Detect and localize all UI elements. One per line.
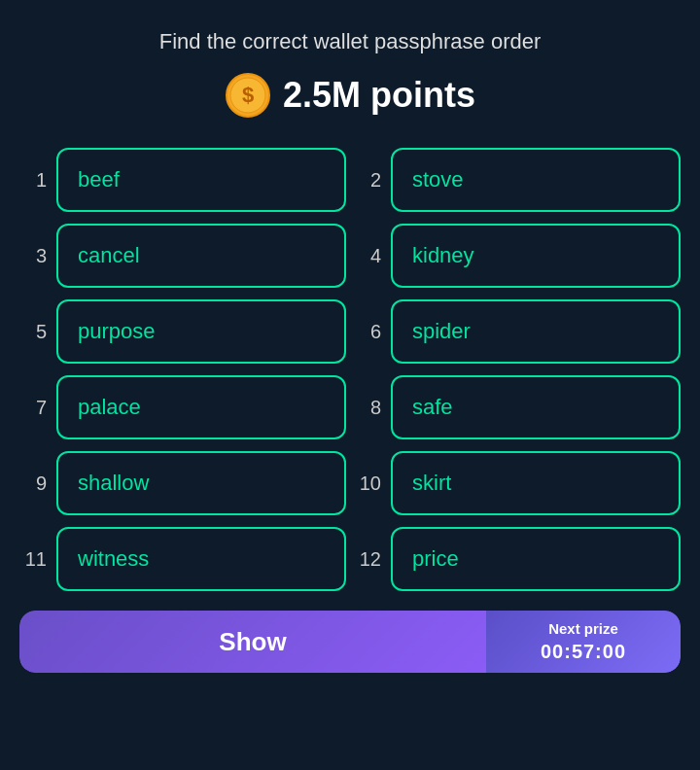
word-cell-1: 1 beef <box>19 148 346 212</box>
word-pair-row-2: 3 cancel 4 kidney <box>19 224 681 288</box>
word-box-2: stove <box>391 148 681 212</box>
word-number-12: 12 <box>354 548 381 571</box>
word-box-10: skirt <box>391 451 681 515</box>
word-cell-12: 12 price <box>354 527 681 591</box>
words-grid: 1 beef 2 stove 3 cancel 4 kidney 5 purpo… <box>19 148 681 591</box>
word-pair-row-3: 5 purpose 6 spider <box>19 299 681 364</box>
word-box-7: palace <box>56 375 346 439</box>
coin-icon: $ <box>225 72 271 119</box>
svg-text:$: $ <box>242 83 254 107</box>
word-number-11: 11 <box>19 548 47 571</box>
word-number-6: 6 <box>354 321 381 343</box>
word-box-8: safe <box>391 375 681 439</box>
word-number-5: 5 <box>19 321 47 343</box>
next-prize-time: 00:57:00 <box>541 641 626 663</box>
word-cell-5: 5 purpose <box>19 299 346 364</box>
word-box-5: purpose <box>56 299 346 364</box>
word-box-9: shallow <box>56 451 346 515</box>
word-number-8: 8 <box>354 397 381 419</box>
word-pair-row-5: 9 shallow 10 skirt <box>19 451 681 515</box>
word-pair-row-1: 1 beef 2 stove <box>19 148 681 212</box>
word-box-3: cancel <box>56 224 346 288</box>
word-box-1: beef <box>56 148 346 212</box>
word-pair-row-4: 7 palace 8 safe <box>19 375 681 439</box>
word-cell-4: 4 kidney <box>354 224 681 288</box>
points-display: 2.5M points <box>283 75 475 116</box>
word-cell-11: 11 witness <box>19 527 346 591</box>
header-title: Find the correct wallet passphrase order <box>159 29 542 54</box>
word-cell-6: 6 spider <box>354 299 681 364</box>
word-number-9: 9 <box>19 472 47 495</box>
word-cell-8: 8 safe <box>354 375 681 439</box>
next-prize-button[interactable]: Next prize 00:57:00 <box>486 611 681 673</box>
word-box-11: witness <box>56 527 346 591</box>
bottom-bar: Show Next prize 00:57:00 <box>19 611 681 673</box>
word-pair-row-6: 11 witness 12 price <box>19 527 681 591</box>
word-cell-10: 10 skirt <box>354 451 681 515</box>
word-box-4: kidney <box>391 224 681 288</box>
word-number-10: 10 <box>354 472 381 495</box>
word-box-6: spider <box>391 299 681 364</box>
word-number-4: 4 <box>354 245 381 267</box>
word-number-1: 1 <box>19 169 47 192</box>
word-cell-7: 7 palace <box>19 375 346 439</box>
word-cell-2: 2 stove <box>354 148 681 212</box>
word-box-12: price <box>391 527 681 591</box>
word-cell-9: 9 shallow <box>19 451 346 515</box>
word-cell-3: 3 cancel <box>19 224 346 288</box>
word-number-7: 7 <box>19 397 47 419</box>
show-button[interactable]: Show <box>19 611 486 673</box>
word-number-2: 2 <box>354 169 381 192</box>
word-number-3: 3 <box>19 245 47 267</box>
next-prize-label: Next prize <box>548 620 618 637</box>
